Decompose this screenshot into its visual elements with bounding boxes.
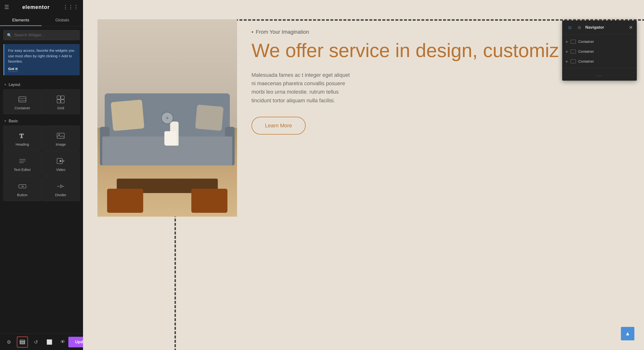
button-widget-icon [18,182,26,190]
nav-item-chevron-2: ▶ [566,60,568,63]
text-editor-widget-icon [18,157,26,165]
navigator-close-btn[interactable]: ✕ [629,24,633,30]
navigator-items: ▶ Container ▶ Container ▶ Container [562,35,637,68]
text-editor-widget-label: Text Editor [14,168,31,172]
navigator-title-group: ⊡ ⊞ Navigator [566,24,604,31]
panel-header: ☰ elementor ⋮⋮⋮ [0,0,83,14]
nav-item-label-1: Container [578,49,594,54]
image-widget-icon [56,132,65,140]
divider-widget-label: Divider [55,193,66,197]
grid-widget-icon [56,95,65,104]
room-image: + [98,19,237,217]
elementor-logo: elementor [22,4,50,10]
svg-marker-15 [60,160,62,162]
svg-rect-23 [20,343,25,344]
svg-rect-21 [20,340,25,341]
search-container: 🔍 [0,26,83,44]
svg-rect-22 [20,342,25,343]
svg-rect-5 [57,100,60,103]
info-banner: For easy access, favorite the widgets yo… [3,44,80,75]
left-panel: ☰ elementor ⋮⋮⋮ Elements Globals 🔍 For e… [0,0,83,350]
main-canvas: + From Your Imagination We offer service… [83,0,644,350]
svg-text:T: T [20,132,24,139]
learn-more-button[interactable]: Learn More [252,117,306,134]
plant-pot [164,131,176,146]
image-section: + [98,19,237,340]
widget-container[interactable]: Container [3,89,42,114]
preview-icon-btn[interactable]: 👁 [57,336,68,348]
nav-item-1[interactable]: ▶ Container [562,46,637,56]
nav-item-label-0: Container [578,40,594,44]
widget-heading[interactable]: T Heading [3,126,42,150]
nav-item-label-2: Container [578,59,594,63]
navigator-title: Navigator [585,25,604,30]
svg-rect-0 [19,97,26,102]
navigator-more-btn[interactable]: ... [596,72,602,77]
widget-text-editor[interactable]: Text Editor [3,151,42,176]
basic-section-header[interactable]: ▼ Basic [0,116,83,126]
settings-icon-btn[interactable]: ⚙ [3,336,14,348]
canvas-inner: + From Your Imagination We offer service… [83,0,644,350]
grid-icon[interactable]: ⋮⋮⋮ [63,4,79,10]
info-banner-text: For easy access, favorite the widgets yo… [8,48,74,63]
navigator-header: ⊡ ⊞ Navigator ✕ [562,20,637,35]
svg-marker-19 [61,185,63,188]
nav-item-chevron-1: ▶ [566,50,568,53]
nav-container-icon-0 [570,40,576,44]
pillow1 [111,100,144,131]
panel-tabs: Elements Globals [0,14,83,26]
tab-elements[interactable]: Elements [0,14,42,26]
body-text: Malesuada fames ac t integer eget alique… [252,71,352,105]
container-widget-icon [18,95,26,104]
svg-rect-3 [57,96,60,99]
search-wrapper: 🔍 [3,30,80,40]
scroll-to-top-btn[interactable]: ▲ [621,327,634,340]
main-heading: We offer service in design, customiz you [252,40,615,61]
grid-widget-label: Grid [57,106,64,110]
video-widget-label: Video [56,168,65,172]
widget-grid[interactable]: Grid [42,89,80,114]
widget-video[interactable]: Video [42,151,80,176]
video-widget-icon [56,157,65,165]
bottom-icons: ⚙ ↺ ⬜ 👁 [3,336,68,348]
svg-marker-14 [62,160,64,162]
widget-image[interactable]: Image [42,126,80,150]
nav-container-icon-1 [570,50,576,54]
layers-icon-btn[interactable] [17,336,28,348]
ottoman-right [191,189,228,213]
panel-scroll: ▼ Layout Container [0,79,83,350]
nav-item-2[interactable]: ▶ Container [562,56,637,66]
nav-item-chevron-0: ▶ [566,40,568,43]
bottom-bar: ⚙ ↺ ⬜ 👁 Update ▲ [0,334,83,350]
add-element-btn[interactable]: + [161,112,173,124]
hamburger-icon[interactable]: ☰ [4,4,9,10]
layout-section-header[interactable]: ▼ Layout [0,79,83,89]
ottoman-left [107,189,143,213]
heading-widget-icon: T [18,132,26,140]
got-it-link[interactable]: Got It [8,66,18,72]
tab-globals[interactable]: Globals [42,14,83,26]
page-content: + From Your Imagination We offer service… [98,19,630,340]
navigator-panel: ⊡ ⊞ Navigator ✕ ▶ Container ▶ Container [562,20,637,81]
layout-chevron-icon: ▼ [4,83,7,86]
container-widget-label: Container [14,106,30,110]
svg-rect-4 [61,96,64,99]
widget-divider[interactable]: Divider [42,176,80,201]
layout-section-title: Layout [9,82,20,87]
nav-container-icon-2 [570,60,576,63]
widget-button[interactable]: Button [3,176,42,201]
basic-widgets-grid: T Heading Image [0,126,83,202]
basic-section-title: Basic [9,119,18,123]
basic-chevron-icon: ▼ [4,120,7,123]
image-widget-label: Image [56,142,66,146]
navigator-expand-icon[interactable]: ⊞ [576,24,583,31]
layers-icon [20,340,25,344]
responsive-icon-btn[interactable]: ⬜ [44,336,55,348]
nav-item-0[interactable]: ▶ Container [562,36,637,46]
bullet-text: From Your Imagination [252,29,615,35]
search-icon: 🔍 [7,33,12,38]
history-icon-btn[interactable]: ↺ [30,336,42,348]
navigator-layout-icon[interactable]: ⊡ [566,24,573,31]
search-input[interactable] [14,33,76,38]
heading-widget-label: Heading [16,142,29,146]
